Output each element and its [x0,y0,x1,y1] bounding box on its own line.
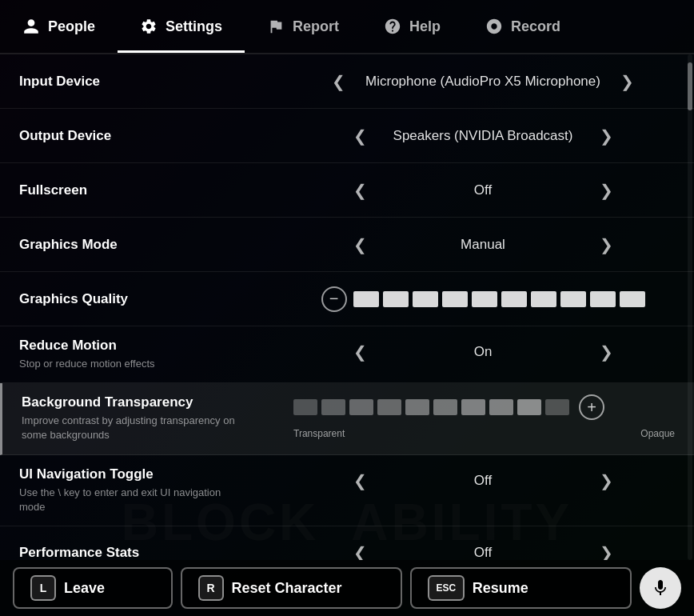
ui-navigation-value: Off [387,473,579,489]
leave-key-badge: L [30,575,56,601]
setting-fullscreen: Fullscreen ❮ Off ❯ [0,163,694,218]
slider-seg-1 [353,291,379,307]
tab-record-label: Record [511,18,560,35]
question-icon [384,18,401,35]
background-transparency-label: Background Transparency [22,394,293,410]
tab-record[interactable]: Record [463,0,583,53]
resume-key-badge: ESC [428,575,465,601]
reset-key-badge: R [198,575,224,601]
graphics-quality-label: Graphics Quality [19,291,291,307]
performance-stats-prev[interactable]: ❮ [345,538,374,560]
ui-navigation-next[interactable]: ❯ [592,466,620,495]
setting-input-device: Input Device ❮ Microphone (AudioPro X5 M… [0,54,694,109]
setting-reduce-motion: Reduce Motion Stop or reduce motion effe… [0,326,694,383]
reset-character-button[interactable]: R Reset Character [181,567,402,609]
graphics-mode-label: Graphics Mode [19,237,291,253]
ui-navigation-prev[interactable]: ❮ [345,466,374,495]
tab-report-label: Report [293,18,339,35]
graphics-quality-minus[interactable]: − [321,286,347,312]
setting-performance-stats: Performance Stats ❮ Off ❯ [0,526,694,560]
flag-icon [267,18,285,35]
ui-navigation-toggle-desc: Use the \ key to enter and exit UI navig… [19,486,243,514]
output-device-label: Output Device [19,128,291,144]
slider-seg-7 [531,291,556,307]
microphone-icon [651,578,670,598]
performance-stats-value: Off [387,545,579,560]
leave-button[interactable]: L Leave [13,567,173,609]
scroll-track [688,54,692,560]
settings-panel: Input Device ❮ Microphone (AudioPro X5 M… [0,54,694,560]
transparency-labels: Transparent Opaque [293,428,675,439]
slider-seg-2 [383,291,409,307]
trans-seg-10 [545,399,569,415]
slider-seg-8 [560,291,586,307]
setting-graphics-quality: Graphics Quality − [0,272,694,326]
scroll-thumb[interactable] [688,62,692,110]
graphics-mode-prev[interactable]: ❮ [345,230,374,259]
tab-report[interactable]: Report [245,0,361,53]
trans-seg-9 [517,399,541,415]
resume-button[interactable]: ESC Resume [410,567,632,609]
transparency-plus[interactable]: + [579,394,604,420]
slider-seg-9 [590,291,616,307]
fullscreen-next[interactable]: ❯ [592,176,620,205]
record-icon [485,18,503,35]
output-device-value: Speakers (NVIDIA Broadcast) [387,128,579,144]
resume-label: Resume [473,580,528,597]
output-device-next[interactable]: ❯ [592,122,620,150]
trans-seg-7 [461,399,485,415]
setting-output-device: Output Device ❮ Speakers (NVIDIA Broadca… [0,109,694,163]
reduce-motion-desc: Stop or reduce motion effects [19,357,243,371]
trans-seg-2 [321,399,345,415]
tab-people[interactable]: People [0,0,118,53]
trans-seg-6 [433,399,457,415]
trans-seg-1 [293,399,317,415]
transparent-label: Transparent [293,428,345,439]
input-device-label: Input Device [19,74,291,90]
tab-help[interactable]: Help [361,0,463,53]
fullscreen-label: Fullscreen [19,182,291,198]
slider-seg-10 [620,291,645,307]
reduce-motion-value: On [387,344,579,360]
tab-settings[interactable]: Settings [118,0,245,53]
slider-seg-3 [413,291,438,307]
input-device-prev[interactable]: ❮ [324,67,353,96]
tab-people-label: People [48,18,95,35]
graphics-quality-track [353,291,645,307]
slider-seg-5 [472,291,497,307]
graphics-mode-next[interactable]: ❯ [592,230,620,259]
trans-seg-8 [489,399,513,415]
trans-seg-3 [349,399,373,415]
top-navigation: People Settings Report Help Record [0,0,694,54]
performance-stats-next[interactable]: ❯ [592,538,620,560]
input-device-value: Microphone (AudioPro X5 Microphone) [365,74,600,90]
output-device-prev[interactable]: ❮ [345,122,374,150]
graphics-mode-value: Manual [387,237,579,253]
slider-seg-4 [442,291,468,307]
trans-seg-5 [405,399,429,415]
transparency-slider-row: + [293,394,675,420]
fullscreen-value: Off [387,182,579,198]
gear-icon [140,18,158,35]
performance-stats-label: Performance Stats [19,545,291,560]
reduce-motion-next[interactable]: ❯ [592,338,620,366]
trans-seg-4 [377,399,401,415]
background-transparency-desc: Improve contrast by adjusting transparen… [22,414,245,442]
setting-background-transparency: Background Transparency Improve contrast… [0,383,694,454]
transparency-slider[interactable] [293,399,569,415]
reduce-motion-prev[interactable]: ❮ [345,338,374,366]
microphone-button[interactable] [640,567,681,609]
fullscreen-prev[interactable]: ❮ [345,176,374,205]
slider-seg-6 [501,291,527,307]
tab-help-label: Help [409,18,441,35]
graphics-quality-slider[interactable]: − [321,286,645,312]
tab-settings-label: Settings [166,18,222,35]
leave-label: Leave [64,580,105,597]
input-device-next[interactable]: ❯ [613,67,642,96]
reduce-motion-label: Reduce Motion [19,338,291,354]
opaque-label: Opaque [640,428,675,439]
setting-graphics-mode: Graphics Mode ❮ Manual ❯ [0,218,694,272]
person-icon [22,18,40,35]
reset-label: Reset Character [232,580,342,597]
setting-ui-navigation-toggle: UI Navigation Toggle Use the \ key to en… [0,455,694,526]
